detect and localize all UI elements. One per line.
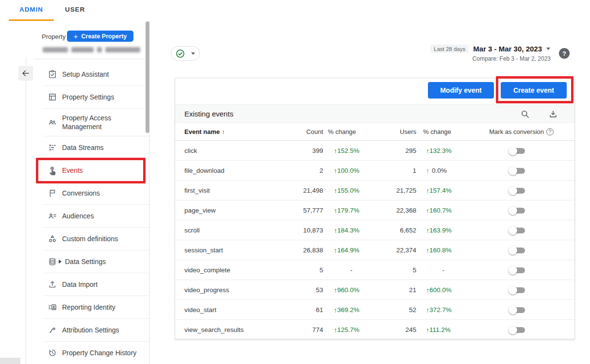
count-change-cell: ↑179.7% (334, 200, 360, 220)
back-arrow-icon (21, 69, 30, 78)
column-header-count-change[interactable]: % change (328, 123, 356, 140)
download-icon[interactable] (548, 109, 558, 119)
arrow-up-icon: ↑ (426, 187, 429, 195)
column-header-count[interactable]: Count (272, 123, 323, 140)
users-change-cell: ↑600.0% (426, 280, 452, 300)
mark-as-conversion-toggle[interactable] (508, 305, 526, 314)
sidebar-item-setup-assistant[interactable]: Setup Assistant (33, 63, 149, 85)
sidebar-item-reporting-identity[interactable]: Reporting Identity (33, 296, 149, 318)
table-header-row: Event name↑ Count % change Users % chang… (175, 123, 574, 141)
sidebar-item-data-import[interactable]: Data Import (33, 273, 149, 296)
event-row: scroll 10,873 ↑184.3% 6,652 ↑163.9% (175, 220, 574, 240)
sidebar-item-events[interactable]: Events (33, 159, 149, 182)
sidebar-item-attribution-settings[interactable]: Attribution Settings (33, 318, 149, 341)
event-users-cell: 245 (365, 320, 416, 340)
column-header-event-name[interactable]: Event name↑ (184, 123, 225, 140)
column-header-users-change[interactable]: % change (423, 123, 451, 140)
event-users-cell: 295 (365, 141, 416, 161)
help-icon[interactable]: ? (559, 48, 570, 59)
tab-user[interactable]: USER (65, 6, 85, 13)
conversions-icon (48, 188, 57, 198)
modify-event-button[interactable]: Modify event (428, 82, 494, 99)
data-streams-icon (48, 143, 57, 152)
check-circle-icon (176, 49, 185, 58)
event-count-cell: 57,777 (272, 200, 323, 220)
sidebar-item-data-streams[interactable]: Data Streams (33, 136, 149, 159)
search-icon[interactable] (520, 109, 530, 119)
sidebar-item-custom-definitions[interactable]: Custom definitions (33, 227, 149, 250)
users-change-cell: ↑160.8% (426, 240, 452, 260)
event-count-cell: 61 (272, 300, 323, 320)
event-count-cell: 5 (272, 260, 323, 280)
column-header-mark-as-conversion: Mark as conversion? (461, 123, 554, 140)
reporting-identity-icon (48, 302, 57, 312)
panel-divider (26, 57, 26, 364)
arrow-up-icon: ↑ (426, 227, 429, 234)
sidebar-item-property-access-management[interactable]: Property Access Management (33, 108, 149, 136)
event-name-cell: video_start (184, 300, 216, 320)
table-title: Existing events (184, 110, 233, 118)
mark-as-conversion-toggle[interactable] (508, 186, 526, 195)
event-row: page_view 57,777 ↑179.7% 22,368 ↑160.7% (175, 200, 574, 220)
event-users-cell: 21 (365, 280, 416, 300)
mark-as-conversion-toggle[interactable] (508, 265, 526, 275)
arrow-up-icon: ↑ (426, 147, 429, 155)
column-header-users[interactable]: Users (365, 123, 416, 140)
count-change-cell: ↑184.3% (334, 220, 360, 240)
sidebar-item-data-settings[interactable]: Data Settings (33, 250, 149, 273)
sidebar-item-conversions[interactable]: Conversions (33, 182, 149, 204)
event-count-cell: 21,498 (272, 181, 323, 200)
mark-as-conversion-toggle[interactable] (508, 206, 526, 215)
mark-as-conversion-toggle[interactable] (508, 166, 526, 175)
event-name-cell: file_download (184, 161, 225, 181)
sidebar-item-audiences[interactable]: Audiences (33, 204, 149, 227)
arrow-up-icon: ↑ (334, 247, 337, 254)
create-event-button[interactable]: Create event (501, 82, 567, 99)
event-name-cell: first_visit (184, 181, 210, 200)
arrow-up-icon: ↑ (334, 207, 337, 215)
mark-as-conversion-toggle[interactable] (508, 246, 526, 255)
help-tooltip-icon[interactable]: ? (546, 128, 554, 135)
event-row: click 399 ↑152.5% 295 ↑132.3% (175, 141, 574, 161)
create-property-button[interactable]: +Create Property (67, 31, 133, 42)
arrow-up-icon: ↑ (334, 286, 337, 294)
chevron-down-icon (191, 52, 195, 55)
count-change-cell: ↑960.0% (334, 280, 360, 300)
table-body: click 399 ↑152.5% 295 ↑132.3% file_downl… (175, 141, 574, 340)
mark-as-conversion-toggle[interactable] (508, 285, 526, 295)
users-change-cell: ↑372.7% (426, 300, 452, 320)
event-name-cell: video_progress (184, 280, 229, 300)
data-settings-icon (48, 257, 57, 266)
sidebar-item-property-settings[interactable]: Property Settings (33, 85, 149, 108)
status-filter-chip[interactable] (171, 46, 200, 61)
event-row: view_search_results 774 ↑125.7% 245 ↑111… (175, 320, 574, 340)
event-row: video_complete 5 ↑- 5 ↑- (175, 260, 574, 280)
count-change-cell: ↑- (334, 260, 369, 280)
event-name-cell: page_view (184, 200, 216, 220)
bottom-scroll-strip (0, 358, 20, 364)
event-users-cell: 21,725 (365, 181, 416, 200)
arrow-up-icon: ↑ (334, 227, 337, 234)
mark-as-conversion-toggle[interactable] (508, 325, 526, 334)
event-users-cell: 1 (365, 161, 416, 181)
sidebar-scrollbar[interactable] (146, 21, 149, 133)
attribution-settings-icon (48, 325, 57, 335)
arrow-up-icon: ↑ (334, 326, 337, 334)
arrow-up-icon: ↑ (334, 147, 337, 155)
property-settings-icon (48, 92, 57, 102)
users-change-cell: ↑132.3% (426, 141, 452, 161)
users-change-cell: ↑- (426, 260, 461, 280)
arrow-up-icon: ↑ (426, 247, 429, 254)
count-change-cell: ↑152.5% (334, 141, 360, 161)
mark-as-conversion-toggle[interactable] (508, 146, 526, 155)
property-access-icon (48, 117, 57, 127)
event-name-cell: view_search_results (184, 320, 244, 340)
tab-admin[interactable]: ADMIN (19, 6, 43, 13)
arrow-up-icon: ↑ (426, 326, 429, 334)
date-range-row[interactable]: Last 28 days Mar 3 - Mar 30, 2023 (430, 45, 550, 53)
arrow-up-icon: ↑ (426, 306, 429, 314)
mark-as-conversion-toggle[interactable] (508, 226, 526, 235)
back-button[interactable] (18, 66, 33, 81)
sidebar-item-property-change-history[interactable]: Property Change History (33, 341, 149, 364)
event-count-cell: 26,838 (272, 240, 323, 260)
